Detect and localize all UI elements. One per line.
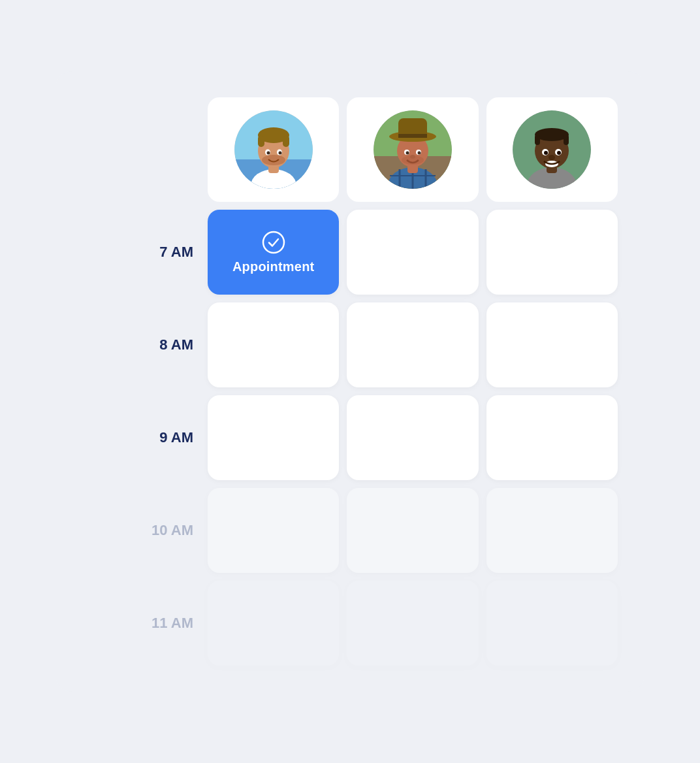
slot-11am-p1[interactable] <box>208 581 339 666</box>
svg-point-12 <box>278 152 281 155</box>
appointment-slot-7am-p1[interactable]: Appointment <box>208 210 339 295</box>
avatar-2 <box>374 110 452 189</box>
header-person-1 <box>208 97 339 202</box>
slot-10am-p3[interactable] <box>486 488 618 573</box>
time-label-7am: 7 AM <box>82 210 200 295</box>
avatar-3 <box>513 110 591 189</box>
slot-9am-p1[interactable] <box>208 395 339 480</box>
time-label-8am: 8 AM <box>82 302 200 387</box>
slot-7am-p2[interactable] <box>347 210 478 295</box>
appointment-label: Appointment <box>232 259 315 274</box>
time-label-11am: 11 AM <box>82 581 200 666</box>
svg-point-31 <box>417 152 421 155</box>
slot-10am-p1[interactable] <box>208 488 339 573</box>
slot-9am-p2[interactable] <box>347 395 478 480</box>
svg-point-11 <box>266 152 270 155</box>
header-person-3 <box>486 97 618 202</box>
slot-8am-p3[interactable] <box>486 302 618 387</box>
avatar-1 <box>234 110 313 189</box>
slot-11am-p3[interactable] <box>486 581 618 666</box>
slot-8am-p1[interactable] <box>208 302 339 387</box>
slot-11am-p2[interactable] <box>347 581 478 666</box>
svg-rect-8 <box>283 135 289 147</box>
svg-point-14 <box>271 155 276 159</box>
time-label-9am: 9 AM <box>82 395 200 480</box>
svg-point-46 <box>549 155 555 160</box>
svg-point-44 <box>544 151 548 155</box>
svg-rect-7 <box>258 135 264 147</box>
header-person-2 <box>347 97 478 202</box>
slot-10am-p2[interactable] <box>347 488 478 573</box>
calendar-grid: 7 AM Appointment 8 AM 9 AM 10 AM <box>82 97 618 666</box>
slot-7am-p3[interactable] <box>486 210 618 295</box>
time-label-10am: 10 AM <box>82 488 200 573</box>
slot-9am-p3[interactable] <box>486 395 618 480</box>
svg-point-30 <box>406 152 409 155</box>
svg-rect-41 <box>564 135 569 145</box>
svg-point-45 <box>557 151 561 155</box>
header-empty <box>82 97 200 202</box>
check-circle-icon <box>262 231 285 254</box>
svg-rect-27 <box>398 134 427 138</box>
svg-point-48 <box>263 232 284 253</box>
svg-point-33 <box>402 155 424 165</box>
svg-rect-40 <box>535 135 540 145</box>
calendar-container: 7 AM Appointment 8 AM 9 AM 10 AM <box>56 71 644 692</box>
slot-8am-p2[interactable] <box>347 302 478 387</box>
